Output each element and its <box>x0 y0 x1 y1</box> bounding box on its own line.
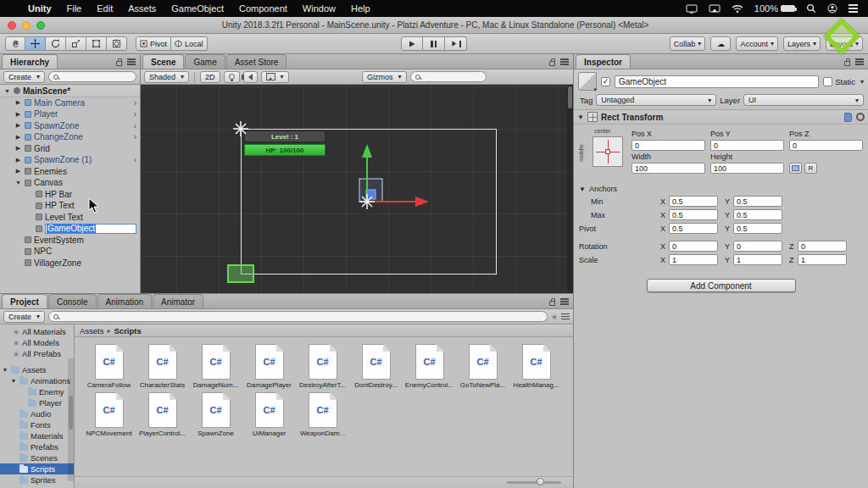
favorite-row[interactable]: ★ All Models <box>0 337 74 348</box>
folder-row[interactable]: Scenes <box>0 452 74 463</box>
tab-scene[interactable]: Scene <box>142 54 184 69</box>
asset-item[interactable]: C# WeaponDam... <box>297 392 348 437</box>
disclosure-icon[interactable]: ▶ <box>14 111 22 118</box>
active-checkbox[interactable]: ✓ <box>601 77 610 86</box>
anchor-preset-box[interactable] <box>593 136 623 167</box>
disclosure-icon[interactable]: ▼ <box>3 88 11 94</box>
hierarchy-create-dropdown[interactable]: Create▾ <box>3 71 45 83</box>
minimize-window-button[interactable] <box>22 21 31 30</box>
pos-x-field[interactable]: 0 <box>632 140 705 151</box>
open-prefab-icon[interactable]: › <box>134 109 136 119</box>
display-icon[interactable] <box>686 4 698 14</box>
rect-tool-button[interactable] <box>86 36 107 51</box>
asset-item[interactable]: C# DontDestroy... <box>350 344 402 389</box>
asset-item[interactable]: C# EnemyControl... <box>403 344 455 389</box>
menubar-edit[interactable]: Edit <box>89 0 120 17</box>
scene-audio-toggle[interactable] <box>243 71 258 83</box>
project-create-dropdown[interactable]: Create▾ <box>3 311 45 323</box>
step-button[interactable] <box>445 36 467 51</box>
disclosure-icon[interactable]: ▼ <box>10 378 17 384</box>
folder-row[interactable]: Audio <box>0 408 74 419</box>
asset-item[interactable]: C# CameraFollow <box>83 344 135 389</box>
rename-input[interactable]: GameObject <box>45 224 136 234</box>
collab-dropdown[interactable]: Collab▾ <box>670 36 706 51</box>
lock-icon[interactable] <box>844 61 850 66</box>
lock-icon[interactable] <box>549 61 555 66</box>
rotation-z-field[interactable]: 0 <box>798 241 847 252</box>
2d-toggle-button[interactable]: 2D <box>200 71 220 83</box>
account-dropdown[interactable]: Account▾ <box>736 36 778 51</box>
hierarchy-item[interactable]: GameObject <box>0 223 140 235</box>
breadcrumb-root[interactable]: Assets <box>80 326 104 336</box>
favorites-icon[interactable]: ★ <box>551 313 558 321</box>
anchor-presets-widget[interactable]: center middle <box>579 128 628 180</box>
open-prefab-icon[interactable]: › <box>134 132 136 141</box>
blueprint-mode-toggle[interactable] <box>789 163 802 174</box>
breadcrumb-current[interactable]: Scripts <box>114 326 142 336</box>
layer-dropdown[interactable]: UI▾ <box>743 94 864 106</box>
panel-menu-icon[interactable] <box>127 58 136 60</box>
project-search-input[interactable] <box>48 311 548 322</box>
scale-tool-button[interactable] <box>66 36 86 51</box>
disclosure-icon[interactable]: ▶ <box>14 168 22 175</box>
panel-menu-icon[interactable] <box>560 298 569 300</box>
width-field[interactable]: 100 <box>632 163 705 174</box>
disclosure-icon[interactable]: ▶ <box>14 157 22 164</box>
disclosure-icon[interactable]: ▶ <box>14 145 22 152</box>
foldout-icon[interactable]: ▼ <box>577 114 584 121</box>
scene-lighting-toggle[interactable] <box>224 71 240 83</box>
height-field[interactable]: 100 <box>710 163 784 174</box>
panel-menu-icon[interactable] <box>560 58 569 60</box>
hierarchy-item[interactable]: EventSystem <box>0 235 140 247</box>
gameobject-icon[interactable] <box>578 72 597 91</box>
folder-row[interactable]: Fonts <box>0 419 74 430</box>
pivot-x-field[interactable]: 0.5 <box>669 223 718 234</box>
menubar-component[interactable]: Component <box>231 0 295 17</box>
user-account-icon[interactable] <box>827 3 837 14</box>
gameobject-name-field[interactable]: GameObject <box>615 75 819 88</box>
asset-item[interactable]: C# SpawnZone <box>190 392 242 437</box>
play-button[interactable] <box>401 36 423 51</box>
tab-inspector[interactable]: Inspector <box>576 54 631 69</box>
rect-transform-header[interactable]: ▼ Rect Transform <box>574 110 868 125</box>
disclosure-icon[interactable]: ▶ <box>14 99 22 106</box>
menubar-window[interactable]: Window <box>295 0 343 17</box>
panel-menu-icon[interactable] <box>855 58 864 60</box>
anchor-min-y-field[interactable]: 0.5 <box>733 196 782 207</box>
hierarchy-search-input[interactable] <box>48 71 136 82</box>
hierarchy-item[interactable]: ▶ Grid <box>0 143 140 155</box>
hierarchy-item[interactable]: ▶ SpawnZone › <box>0 120 140 132</box>
add-component-button[interactable]: Add Component <box>647 279 796 292</box>
scale-z-field[interactable]: 1 <box>798 254 847 265</box>
open-prefab-icon[interactable]: › <box>134 155 136 164</box>
asset-item[interactable]: C# UIManager <box>243 392 295 437</box>
anchor-max-x-field[interactable]: 0.5 <box>669 209 718 220</box>
disclosure-icon[interactable]: ▶ <box>14 134 22 141</box>
pause-button[interactable] <box>423 36 445 51</box>
anchor-min-x-field[interactable]: 0.5 <box>669 196 718 207</box>
move-gizmo[interactable] <box>141 85 573 293</box>
wifi-icon[interactable] <box>732 4 743 14</box>
asset-item[interactable]: C# DamagePlayer <box>243 344 295 389</box>
open-prefab-icon[interactable]: › <box>134 121 136 130</box>
pivot-y-field[interactable]: 0.5 <box>733 223 782 234</box>
scale-x-field[interactable]: 1 <box>669 254 718 265</box>
layers-dropdown[interactable]: Layers▾ <box>783 36 821 51</box>
folder-row[interactable]: ▼ Animations <box>0 375 74 386</box>
control-center-icon[interactable] <box>849 4 858 6</box>
hand-tool-button[interactable] <box>5 36 25 51</box>
asset-item[interactable]: C# DestroyAfterT... <box>297 344 348 389</box>
folder-row[interactable]: Sprites <box>0 474 74 485</box>
pos-z-field[interactable]: 0 <box>789 140 863 151</box>
favorite-row[interactable]: ★ All Materials <box>0 326 74 337</box>
menubar-gameobject[interactable]: GameObject <box>164 0 231 17</box>
rotation-y-field[interactable]: 0 <box>733 241 782 252</box>
tab-animation[interactable]: Animation <box>97 294 152 308</box>
menubar-help[interactable]: Help <box>343 0 378 17</box>
raw-edit-mode-toggle[interactable]: R <box>804 163 817 174</box>
asset-item[interactable]: C# PlayerControl... <box>136 392 188 437</box>
asset-item[interactable]: C# CharacterStats <box>136 344 188 389</box>
scene-effects-dropdown[interactable]: ▾ <box>261 71 289 83</box>
lock-icon[interactable] <box>116 61 122 66</box>
hierarchy-item[interactable]: ▶ Enemies <box>0 166 140 178</box>
